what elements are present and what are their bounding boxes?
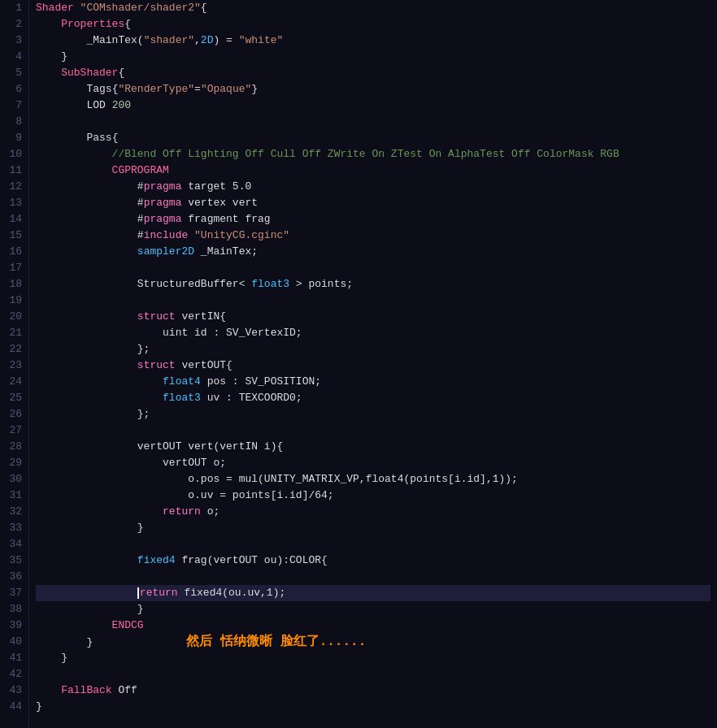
line-number: 26 — [7, 406, 22, 422]
code-line: } — [36, 520, 710, 536]
code-line: _MainTex("shader",2D) = "white" — [36, 32, 710, 49]
line-number: 27 — [7, 422, 22, 439]
code-line: o.uv = points[i.id]/64; — [36, 488, 710, 504]
token: } — [36, 522, 144, 534]
line-number: 12 — [7, 179, 22, 195]
line-number: 5 — [7, 65, 22, 81]
line-number: 3 — [7, 32, 22, 49]
code-line — [36, 292, 710, 309]
code-line: } — [36, 650, 710, 666]
line-number: 30 — [7, 471, 22, 488]
token: vertIN{ — [176, 310, 226, 323]
code-line — [36, 569, 710, 585]
token: uint id : SV_VertexID; — [36, 327, 302, 339]
code-line: return o; — [36, 504, 710, 520]
line-numbers: 1234567891011121314151617181920212223242… — [0, 0, 29, 728]
token: Shader — [36, 2, 80, 14]
token: float3 — [163, 392, 201, 404]
token: ENDCG — [36, 619, 144, 631]
token: sampler2D — [137, 245, 194, 258]
code-line: Properties{ — [36, 16, 710, 32]
line-number: 38 — [7, 601, 22, 618]
token: }; — [36, 408, 150, 420]
token: } — [36, 636, 93, 648]
token: o.uv = points[i.id]/64; — [36, 489, 334, 501]
code-line: ENDCG — [36, 618, 710, 634]
line-number: 43 — [7, 682, 22, 699]
token: return — [140, 587, 178, 599]
token — [36, 375, 163, 388]
annotation-text: 然后 恬纳微晰 脸红了...... — [93, 635, 366, 649]
code-line: vertOUT o; — [36, 455, 710, 471]
code-line — [36, 666, 710, 682]
code-line — [36, 422, 710, 439]
token — [36, 245, 137, 258]
token: pragma — [144, 180, 182, 193]
token: Tags — [36, 83, 112, 95]
code-line: LOD 200 — [36, 98, 710, 114]
token: CGPROGRAM — [36, 164, 169, 176]
token: } — [251, 83, 258, 95]
token: { — [201, 2, 207, 14]
token: include — [144, 229, 189, 241]
line-number: 31 — [7, 488, 22, 504]
token: _MainTex; — [194, 245, 258, 258]
line-number: 18 — [7, 276, 22, 292]
token: fixed4(ou.uv,1); — [178, 587, 286, 599]
token — [188, 229, 194, 241]
code-line: } — [36, 49, 710, 65]
line-number: 35 — [7, 552, 22, 569]
code-line: #pragma vertex vert — [36, 195, 710, 211]
token: = — [194, 83, 201, 95]
token: 200 — [112, 99, 131, 111]
token: return — [163, 505, 201, 518]
token: pos : SV_POSITION; — [201, 375, 321, 388]
token: vertOUT{ — [176, 359, 232, 371]
line-number: 32 — [7, 504, 22, 520]
token: fixed4 — [137, 554, 176, 566]
token: SubShader — [36, 67, 118, 79]
token — [36, 554, 137, 566]
token: } — [36, 700, 42, 713]
token: , — [194, 34, 201, 46]
line-number: 15 — [7, 228, 22, 244]
code-line: uint id : SV_VertexID; — [36, 325, 710, 341]
line-number: 23 — [7, 358, 22, 374]
token: o; — [201, 505, 219, 518]
line-number: 24 — [7, 374, 22, 390]
code-line: sampler2D _MainTex; — [36, 244, 710, 260]
code-line: } 然后 恬纳微晰 脸红了...... — [36, 634, 710, 650]
token: # — [36, 180, 144, 193]
token — [36, 587, 137, 599]
code-content: Shader "COMshader/shader2"{ Properties{ … — [29, 0, 717, 728]
token: target 5.0 — [181, 180, 251, 193]
token: { — [124, 18, 131, 30]
token: vertOUT vert(vertIN i){ — [36, 440, 283, 453]
token: float3 — [251, 278, 289, 290]
line-number: 28 — [7, 439, 22, 455]
line-number: 10 — [7, 146, 22, 162]
token: }; — [36, 343, 150, 355]
code-line: }; — [36, 406, 710, 422]
line-number: 25 — [7, 390, 22, 406]
line-number: 22 — [7, 341, 22, 358]
code-line: #pragma fragment frag — [36, 211, 710, 228]
token: # — [36, 197, 144, 209]
line-number: 19 — [7, 292, 22, 309]
line-number: 8 — [7, 114, 22, 130]
line-number: 14 — [7, 211, 22, 228]
code-line — [36, 260, 710, 276]
token — [36, 310, 137, 323]
code-line: float3 uv : TEXCOORD0; — [36, 390, 710, 406]
line-number: 44 — [7, 699, 22, 715]
text-cursor — [137, 587, 139, 599]
code-line: Pass{ — [36, 130, 710, 146]
token: 2D — [201, 34, 214, 46]
token: struct — [137, 359, 176, 371]
code-line: FallBack Off — [36, 682, 710, 699]
token: FallBack — [36, 684, 112, 696]
line-number: 20 — [7, 309, 22, 325]
token: _MainTex( — [36, 34, 144, 46]
token: "RenderType" — [118, 83, 194, 95]
token: vertex vert — [181, 197, 258, 209]
